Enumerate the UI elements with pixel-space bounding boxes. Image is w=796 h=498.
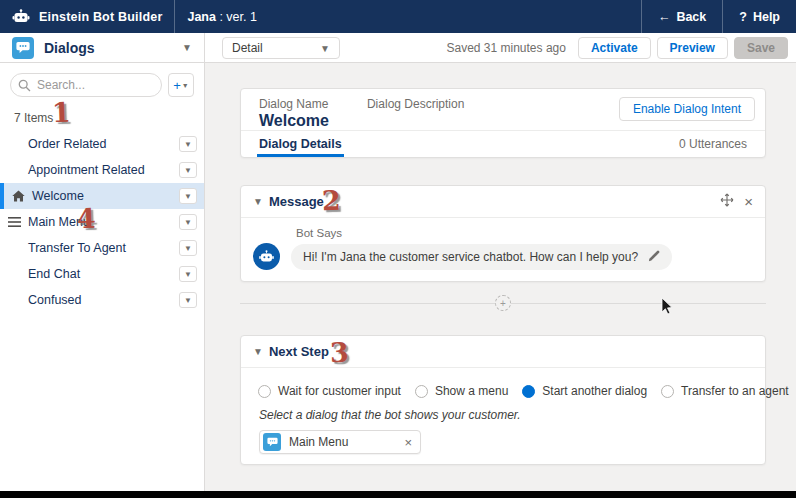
annotation-marker-3: 3 <box>329 337 349 369</box>
next-step-section-title: Next Step <box>269 344 329 359</box>
chevron-down-icon[interactable]: ▼ <box>253 196 263 207</box>
chevron-down-icon[interactable]: ▼ <box>253 346 263 357</box>
item-actions-chevron[interactable]: ▼ <box>179 136 197 152</box>
select-dialog-helper-text: Select a dialog that the bot shows your … <box>241 398 765 422</box>
dialog-name-group: Dialog Name Welcome <box>259 97 329 130</box>
sidebar-item-welcome[interactable]: Welcome ▼ <box>0 183 204 209</box>
einstein-bot-builder-screen: Einstein Bot Builder Jana : ver. 1 ← Bac… <box>0 0 796 498</box>
bot-avatar <box>253 243 280 270</box>
tab-dialog-details[interactable]: Dialog Details <box>259 131 342 157</box>
item-actions-chevron[interactable]: ▼ <box>179 188 197 204</box>
screen-bottom-edge <box>0 491 796 498</box>
radio-start-another-dialog[interactable]: Start another dialog <box>522 384 647 398</box>
bot-says-label: Bot Says <box>296 227 765 239</box>
radio-icon <box>661 385 674 398</box>
dialog-pill-icon <box>263 433 281 451</box>
activate-button[interactable]: Activate <box>578 37 651 59</box>
radio-show-a-menu[interactable]: Show a menu <box>415 384 508 398</box>
bot-message-bubble: Hi! I'm Jana the customer service chatbo… <box>291 244 672 270</box>
item-actions-chevron[interactable]: ▼ <box>179 292 197 308</box>
sidebar-header: Dialogs ▼ <box>0 33 204 63</box>
dialog-description-label: Dialog Description <box>367 97 464 111</box>
navbar-divider <box>174 0 175 33</box>
item-actions-chevron[interactable]: ▼ <box>179 162 197 178</box>
add-element-button[interactable]: + <box>495 295 511 311</box>
selected-dialog-name: Main Menu <box>289 435 348 449</box>
back-arrow-icon: ← <box>658 10 671 24</box>
utterances-count: 0 Utterances <box>679 137 747 151</box>
chevron-down-icon: ▼ <box>182 82 189 89</box>
remove-dialog-icon[interactable]: × <box>404 435 412 450</box>
question-icon: ? <box>739 10 747 24</box>
item-actions-chevron[interactable]: ▼ <box>179 266 197 282</box>
annotation-marker-1: 1 <box>51 97 71 129</box>
radio-icon <box>415 385 428 398</box>
items-count: 7 Items <box>0 103 204 131</box>
close-icon[interactable]: × <box>744 194 753 209</box>
selected-dialog-field[interactable]: Main Menu × <box>259 430 421 454</box>
menu-icon <box>0 217 28 227</box>
next-step-options: Wait for customer input Show a menu Star… <box>241 368 765 398</box>
message-section-title: Message <box>269 194 324 209</box>
sidebar-title: Dialogs <box>44 40 182 56</box>
next-step-card: ▼ Next Step Wait for customer input Show… <box>240 335 766 465</box>
back-button[interactable]: ← Back <box>642 0 722 33</box>
annotation-marker-4: 4 <box>76 203 96 235</box>
annotation-marker-2: 2 <box>321 185 341 217</box>
sidebar-item-transfer-to-agent[interactable]: Transfer To Agent ▼ <box>0 235 204 261</box>
sidebar-item-end-chat[interactable]: End Chat ▼ <box>0 261 204 287</box>
top-navbar: Einstein Bot Builder Jana : ver. 1 ← Bac… <box>0 0 796 33</box>
chevron-down-icon[interactable]: ▼ <box>182 42 192 53</box>
bot-name-version: Jana : ver. 1 <box>187 10 257 24</box>
plus-icon: + <box>173 78 181 93</box>
home-icon <box>4 190 32 202</box>
view-mode-select[interactable]: Detail ▼ <box>222 37 340 59</box>
robot-icon <box>12 9 30 24</box>
edit-pencil-icon[interactable] <box>648 248 660 266</box>
saved-status: Saved 31 minutes ago <box>446 41 565 55</box>
bot-message-text: Hi! I'm Jana the customer service chatbo… <box>303 250 638 264</box>
preview-button[interactable]: Preview <box>657 37 728 59</box>
add-dialog-button[interactable]: +▼ <box>168 73 194 97</box>
save-button[interactable]: Save <box>734 37 788 59</box>
dialog-description-group: Dialog Description <box>367 97 464 130</box>
radio-selected-icon <box>522 385 535 398</box>
search-icon <box>18 78 31 96</box>
search-input[interactable] <box>10 73 162 97</box>
search-box <box>10 73 162 97</box>
dialogs-icon <box>12 37 34 59</box>
app-title: Einstein Bot Builder <box>39 10 162 24</box>
dialogs-sidebar: Dialogs ▼ +▼ 7 Items Order Related ▼ App… <box>0 33 205 492</box>
enable-dialog-intent-button[interactable]: Enable Dialog Intent <box>619 97 755 121</box>
sidebar-item-order-related[interactable]: Order Related ▼ <box>0 131 204 157</box>
radio-icon <box>258 385 271 398</box>
chevron-down-icon: ▼ <box>320 43 330 54</box>
dialog-header-card: Dialog Name Welcome Dialog Description E… <box>240 88 766 158</box>
item-actions-chevron[interactable]: ▼ <box>179 240 197 256</box>
radio-wait-for-customer-input[interactable]: Wait for customer input <box>258 384 401 398</box>
help-button[interactable]: ? Help <box>723 0 796 33</box>
plus-icon: + <box>500 298 506 309</box>
sidebar-item-confused[interactable]: Confused ▼ <box>0 287 204 313</box>
dialog-name-label: Dialog Name <box>259 97 329 111</box>
item-actions-chevron[interactable]: ▼ <box>179 214 197 230</box>
sidebar-item-appointment-related[interactable]: Appointment Related ▼ <box>0 157 204 183</box>
message-card: ▼ Message × Bot Says Hi! I'm Jana the cu… <box>240 185 766 282</box>
radio-transfer-to-an-agent[interactable]: Transfer to an agent <box>661 384 789 398</box>
mouse-cursor <box>661 297 673 319</box>
move-icon[interactable] <box>720 193 734 211</box>
sidebar-item-main-menu[interactable]: Main Menu ▼ <box>0 209 204 235</box>
canvas-toolbar: Detail ▼ Saved 31 minutes ago Activate P… <box>205 33 796 63</box>
dialog-name-value: Welcome <box>259 112 329 130</box>
